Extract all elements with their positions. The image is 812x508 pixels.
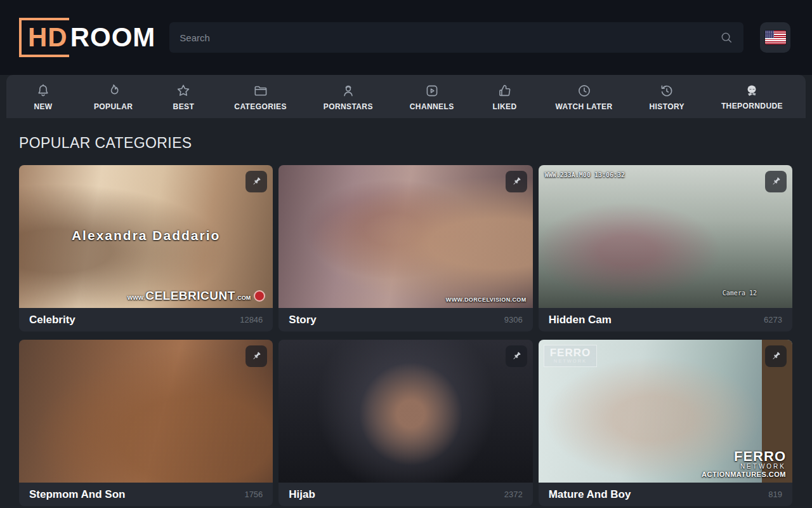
logo-room-text: ROOM <box>70 24 156 51</box>
category-count: 2372 <box>504 490 523 499</box>
card-footer: Mature And Boy 819 <box>539 483 792 506</box>
card-footer: Celebrity 12846 <box>19 308 273 331</box>
flame-icon <box>105 83 122 99</box>
nav-label: HISTORY <box>649 102 684 111</box>
watermark-prefix: WWW. <box>128 295 145 301</box>
logo-line2: NETWORK <box>550 358 591 364</box>
logo-bracket: HD <box>19 18 69 57</box>
play-square-icon <box>424 83 440 99</box>
nav-item-history[interactable]: HISTORY <box>649 83 684 111</box>
nav-label: CHANNELS <box>410 102 454 111</box>
category-title: Celebrity <box>29 314 75 326</box>
nav-item-liked[interactable]: LIKED <box>491 83 519 111</box>
nav-label: LIKED <box>493 102 517 111</box>
category-count: 819 <box>768 490 782 499</box>
category-title: Hidden Cam <box>549 314 612 326</box>
category-grid: Alexandra Daddario WWW.CELEBRICUNT.COM <box>19 165 792 506</box>
thumbnail-caption: Alexandra Daddario <box>19 228 273 243</box>
card-footer: Hidden Cam 6273 <box>539 308 792 331</box>
thumbnail-watermark: WWW.CELEBRICUNT.COM <box>128 289 266 303</box>
person-icon <box>340 83 357 99</box>
logo-line1: FERRO <box>550 347 591 358</box>
thumbs-up-icon <box>497 83 513 99</box>
nav-label: NEW <box>34 102 52 111</box>
pin-button[interactable] <box>765 171 787 192</box>
bell-icon <box>35 83 51 99</box>
nav-item-categories[interactable]: CATEGORIES <box>234 83 286 111</box>
pin-button[interactable] <box>246 345 267 367</box>
category-thumbnail: WWW.233A.M00 13:06:32 Camera 12 <box>539 165 792 308</box>
watermark-line3: ACTIONMATURES.COM <box>702 471 786 479</box>
card-footer: Story 9306 <box>278 308 532 331</box>
category-thumbnail <box>19 340 273 483</box>
category-count: 12846 <box>240 315 263 324</box>
nav-item-watch-later[interactable]: WATCH LATER <box>556 83 613 111</box>
nav-label: WATCH LATER <box>556 102 613 111</box>
nav-label: POPULAR <box>94 102 133 111</box>
category-count: 6273 <box>764 315 782 324</box>
search-bar <box>169 22 743 53</box>
pin-button[interactable] <box>765 345 787 367</box>
cctv-camera-label: Camera 12 <box>723 290 757 297</box>
pin-button[interactable] <box>246 171 267 192</box>
clock-icon <box>576 83 593 99</box>
watermark-line2: NETWORK <box>702 464 786 471</box>
category-card-stepmom-and-son[interactable]: Stepmom And Son 1756 <box>19 340 273 506</box>
pin-button[interactable] <box>506 345 527 367</box>
category-title: Stepmom And Son <box>29 488 125 501</box>
folder-icon <box>252 83 269 99</box>
ferro-network-logo: FERRO NETWORK <box>544 345 598 367</box>
nav-label: THEPORNDUDE <box>721 102 783 110</box>
category-card-mature-and-boy[interactable]: FERRO NETWORK FERRO NETWORK ACTIONMATURE… <box>539 340 792 506</box>
page-title: POPULAR CATEGORIES <box>19 135 792 152</box>
watermark-suffix: .COM <box>236 295 251 301</box>
nav-label: BEST <box>173 102 195 111</box>
category-thumbnail <box>278 340 532 483</box>
category-title: Mature And Boy <box>549 488 631 501</box>
watermark-main: CELEBRICUNT <box>145 289 235 303</box>
search-icon[interactable] <box>719 30 733 44</box>
category-title: Story <box>289 314 316 326</box>
us-flag-icon <box>765 30 786 44</box>
category-thumbnail: Alexandra Daddario WWW.CELEBRICUNT.COM <box>19 165 273 308</box>
star-icon <box>175 83 192 99</box>
search-input[interactable] <box>180 32 713 43</box>
category-thumbnail: FERRO NETWORK FERRO NETWORK ACTIONMATURE… <box>539 340 792 483</box>
language-button[interactable] <box>760 22 790 53</box>
watermark-badge <box>254 290 265 302</box>
theporndude-icon <box>744 83 759 98</box>
header: HD ROOM <box>0 0 812 75</box>
thumbnail-watermark: WWW.DORCELVISION.COM <box>446 297 527 303</box>
category-count: 9306 <box>504 315 523 324</box>
category-count: 1756 <box>244 490 263 499</box>
card-footer: Stepmom And Son 1756 <box>19 483 273 506</box>
nav-item-popular[interactable]: POPULAR <box>94 83 133 111</box>
cctv-timestamp: WWW.233A.M00 13:06:32 <box>545 171 625 178</box>
main-content: POPULAR CATEGORIES Alexandra Daddario WW… <box>0 135 812 506</box>
category-thumbnail: WWW.DORCELVISION.COM <box>278 165 532 308</box>
pin-button[interactable] <box>506 171 527 192</box>
nav-item-channels[interactable]: CHANNELS <box>410 83 454 111</box>
nav-item-best[interactable]: BEST <box>169 83 197 111</box>
main-nav: NEW POPULAR BEST CATEGORIES <box>6 75 806 118</box>
site-logo[interactable]: HD ROOM <box>19 18 155 57</box>
category-card-hijab[interactable]: Hijab 2372 <box>278 340 532 506</box>
nav-item-new[interactable]: NEW <box>29 83 57 111</box>
history-icon <box>658 83 675 99</box>
category-title: Hijab <box>289 488 315 501</box>
nav-item-pornstars[interactable]: PORNSTARS <box>324 83 373 111</box>
category-card-celebrity[interactable]: Alexandra Daddario WWW.CELEBRICUNT.COM <box>19 165 273 331</box>
card-footer: Hijab 2372 <box>278 483 532 506</box>
logo-hd-text: HD <box>28 22 68 52</box>
thumbnail-watermark: FERRO NETWORK ACTIONMATURES.COM <box>702 449 786 479</box>
nav-item-theporndude[interactable]: THEPORNDUDE <box>721 83 783 110</box>
watermark-line1: FERRO <box>702 449 786 464</box>
category-card-hidden-cam[interactable]: WWW.233A.M00 13:06:32 Camera 12 Hidden C… <box>539 165 792 331</box>
nav-label: PORNSTARS <box>324 102 373 111</box>
category-card-story[interactable]: WWW.DORCELVISION.COM Story 9306 <box>278 165 532 331</box>
nav-label: CATEGORIES <box>234 102 286 111</box>
